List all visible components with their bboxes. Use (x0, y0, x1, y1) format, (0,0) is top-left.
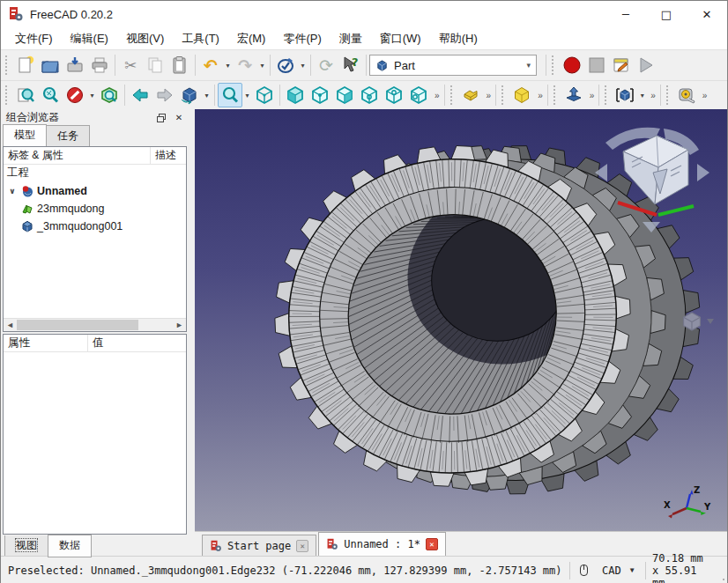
menu-part[interactable]: 零件(P) (274, 28, 330, 49)
view-bottom-button[interactable] (382, 83, 406, 107)
rotate-down-arrow[interactable] (643, 222, 660, 232)
menu-tools[interactable]: 工具(T) (173, 28, 228, 49)
menu-view[interactable]: 视图(V) (117, 28, 173, 49)
toolbar-overflow[interactable]: » (534, 91, 545, 100)
maximize-button[interactable]: □ (646, 1, 687, 27)
navigation-cube[interactable] (586, 122, 718, 234)
print-button[interactable] (87, 53, 112, 77)
menu-edit[interactable]: 编辑(E) (62, 28, 117, 49)
rotate-left-arrow[interactable] (595, 164, 607, 181)
tree-item-part[interactable]: _3mmqudong001 (4, 218, 186, 235)
clipping-dropdown[interactable]: ▾ (87, 83, 97, 107)
draw-style-dropdown[interactable]: ▾ (242, 83, 252, 107)
dock-splitter[interactable] (189, 109, 195, 556)
measure-button[interactable] (674, 83, 699, 107)
tab-start-page[interactable]: Start page ✕ (202, 535, 316, 556)
open-document-button[interactable] (38, 53, 63, 77)
tree-header-description[interactable]: 描述 (151, 148, 186, 163)
dock-float-button[interactable] (155, 112, 167, 124)
toolbar-drag-handle[interactable] (501, 85, 506, 105)
view-right-button[interactable] (332, 83, 357, 107)
undo-dropdown[interactable]: ▾ (223, 53, 233, 77)
toolbar-overflow[interactable]: » (483, 91, 494, 100)
redo-button[interactable]: ↷ (233, 53, 257, 77)
toolbar-drag-handle[interactable] (5, 85, 10, 105)
box-zoom-button[interactable] (97, 83, 122, 107)
close-button[interactable]: ✕ (687, 1, 727, 27)
paste-button[interactable] (167, 53, 192, 77)
toolbar-drag-handle[interactable] (605, 85, 609, 105)
toolbar-drag-handle[interactable] (553, 85, 558, 105)
resize-grip[interactable] (720, 572, 725, 582)
navcube-menu[interactable] (680, 310, 715, 333)
view-front-button[interactable] (283, 83, 308, 107)
draw-style-button[interactable] (218, 83, 242, 107)
macro-stop-button[interactable] (584, 53, 609, 77)
redo-dropdown[interactable]: ▾ (257, 53, 267, 77)
tab-tasks[interactable]: 任务 (46, 125, 90, 146)
value-column[interactable]: 值 (88, 336, 104, 351)
toolbar-overflow[interactable]: » (647, 91, 657, 100)
tab-view-properties[interactable]: 视图 (4, 535, 48, 557)
macro-execute-button[interactable] (634, 53, 658, 77)
close-tab-icon[interactable]: ✕ (296, 540, 308, 552)
minimize-button[interactable]: ─ (605, 1, 646, 27)
menu-macro[interactable]: 宏(M) (228, 28, 275, 49)
link-navigate-dropdown[interactable]: ▾ (202, 83, 212, 107)
navigate-back-button[interactable] (128, 83, 152, 107)
toolbar-drag-handle[interactable] (5, 55, 10, 75)
validate-sketch-button[interactable] (273, 53, 298, 77)
tree-group-application[interactable]: 工程 (4, 165, 186, 182)
toolbar-drag-handle[interactable] (450, 85, 455, 105)
clipping-off-button[interactable] (63, 83, 87, 107)
menu-help[interactable]: 帮助(H) (430, 28, 487, 49)
toolbar-overflow[interactable]: » (699, 91, 709, 100)
menu-measure[interactable]: 测量 (331, 28, 371, 49)
scroll-right-icon[interactable]: ► (173, 321, 186, 329)
refresh-button[interactable]: ⟳ (314, 53, 338, 77)
3d-viewport[interactable]: X Z Y (195, 109, 727, 531)
tree-item-document[interactable]: ∨ Unnamed (4, 182, 186, 200)
tab-unnamed-document[interactable]: Unnamed : 1* ✕ (318, 532, 446, 556)
undo-button[interactable]: ↶ (198, 53, 223, 77)
scroll-left-icon[interactable]: ◄ (4, 321, 17, 329)
menu-file[interactable]: 文件(F) (6, 28, 62, 49)
toolbar-overflow[interactable]: » (431, 91, 442, 100)
part-solids-button[interactable] (458, 83, 483, 107)
tree-horizontal-scrollbar[interactable]: ◄ ► (4, 318, 186, 331)
view-top-button[interactable] (308, 83, 332, 107)
boolean-ops-button[interactable] (613, 83, 637, 107)
primitives-button[interactable] (509, 83, 534, 107)
workbench-selector[interactable]: Part ▾ (369, 55, 537, 76)
rotate-right-arrow[interactable] (697, 164, 709, 181)
tree-header-labels[interactable]: 标签 & 属性 (4, 147, 151, 164)
tab-data-properties[interactable]: 数据 (48, 535, 92, 557)
macro-record-button[interactable] (560, 53, 584, 77)
save-button[interactable] (63, 53, 87, 77)
view-rear-button[interactable] (357, 83, 382, 107)
view-left-button[interactable] (406, 83, 431, 107)
dock-close-button[interactable]: ✕ (173, 112, 185, 124)
zoom-selection-button[interactable] (38, 83, 63, 107)
expand-arrow-icon[interactable]: ∨ (7, 187, 18, 196)
link-navigate-button[interactable] (177, 83, 202, 107)
tree-item-mesh[interactable]: 23mmqudong (4, 200, 186, 218)
navigation-style-selector[interactable]: CAD ▼ (576, 565, 638, 577)
nav-cube-body[interactable] (623, 136, 688, 204)
view-isometric-button[interactable] (252, 83, 277, 107)
toolbar-overflow[interactable]: » (586, 91, 597, 100)
toolbar-drag-handle[interactable] (552, 55, 556, 75)
toolbar-drag-handle[interactable] (666, 85, 671, 105)
new-document-button[interactable] (13, 53, 38, 77)
validate-dropdown[interactable]: ▾ (298, 53, 308, 77)
property-column[interactable]: 属性 (4, 335, 88, 351)
fit-all-button[interactable] (13, 83, 38, 107)
close-tab-icon[interactable]: ✕ (426, 538, 438, 550)
tab-model[interactable]: 模型 (3, 124, 47, 146)
menu-windows[interactable]: 窗口(W) (371, 28, 430, 49)
extrude-button[interactable] (561, 83, 586, 107)
cut-button[interactable]: ✂ (118, 53, 143, 77)
boolean-dropdown[interactable]: ▾ (637, 83, 647, 107)
scrollbar-thumb[interactable] (17, 320, 138, 330)
whats-this-button[interactable]: ? (338, 53, 363, 77)
